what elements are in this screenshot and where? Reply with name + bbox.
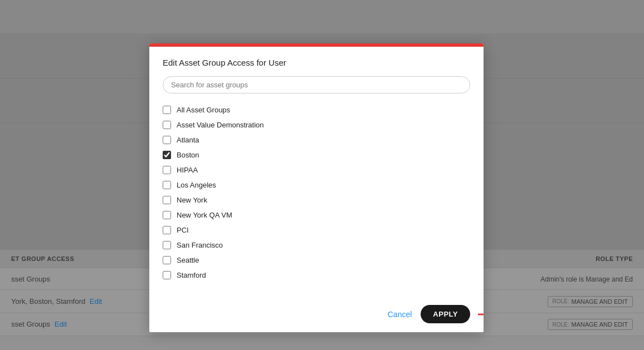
label-san-francisco[interactable]: San Francisco — [177, 241, 223, 249]
checkbox-all-asset-groups[interactable] — [163, 106, 171, 114]
label-seattle[interactable]: Seattle — [177, 256, 199, 264]
label-hipaa[interactable]: HIPAA — [177, 166, 198, 174]
list-item: San Francisco — [163, 238, 470, 253]
list-item: PCI — [163, 223, 470, 238]
label-asset-value-demo[interactable]: Asset Value Demonstration — [177, 121, 264, 129]
cancel-button[interactable]: Cancel — [388, 310, 412, 319]
label-pci[interactable]: PCI — [177, 226, 189, 234]
checkbox-seattle[interactable] — [163, 256, 171, 264]
checkbox-atlanta[interactable] — [163, 136, 171, 144]
list-item: HIPAA — [163, 162, 470, 178]
checkbox-list: All Asset Groups Asset Value Demonstrati… — [163, 102, 470, 283]
label-los-angeles[interactable]: Los Angeles — [177, 181, 216, 189]
checkbox-pci[interactable] — [163, 226, 171, 234]
list-item: New York QA VM — [163, 208, 470, 223]
label-new-york-qa-vm[interactable]: New York QA VM — [177, 211, 232, 219]
checkbox-new-york-qa-vm[interactable] — [163, 211, 171, 219]
checkbox-boston[interactable] — [163, 151, 171, 159]
label-all-asset-groups[interactable]: All Asset Groups — [177, 106, 230, 114]
label-atlanta[interactable]: Atlanta — [177, 136, 199, 144]
label-stamford[interactable]: Stamford — [177, 271, 206, 279]
list-item: Boston — [163, 147, 470, 162]
arrow-indicator — [478, 308, 484, 321]
checkbox-new-york[interactable] — [163, 196, 171, 204]
list-item: Seattle — [163, 253, 470, 268]
label-new-york[interactable]: New York — [177, 196, 207, 204]
list-item: New York — [163, 193, 470, 208]
modal-body: Edit Asset Group Access for User All Ass… — [149, 47, 484, 296]
modal-dialog: Edit Asset Group Access for User All Ass… — [149, 43, 484, 332]
list-item: Asset Value Demonstration — [163, 117, 470, 132]
label-boston[interactable]: Boston — [177, 151, 199, 159]
modal-title: Edit Asset Group Access for User — [163, 58, 470, 67]
apply-button[interactable]: APPLY — [421, 305, 470, 323]
modal-footer: Cancel APPLY — [149, 296, 484, 332]
checkbox-san-francisco[interactable] — [163, 241, 171, 249]
checkbox-los-angeles[interactable] — [163, 181, 171, 189]
checkbox-hipaa[interactable] — [163, 166, 171, 174]
search-input[interactable] — [163, 76, 470, 93]
list-item: Atlanta — [163, 132, 470, 147]
checkbox-stamford[interactable] — [163, 271, 171, 279]
checkbox-asset-value-demo[interactable] — [163, 121, 171, 129]
list-item: Los Angeles — [163, 178, 470, 193]
list-item: All Asset Groups — [163, 102, 470, 117]
list-item: Stamford — [163, 268, 470, 283]
